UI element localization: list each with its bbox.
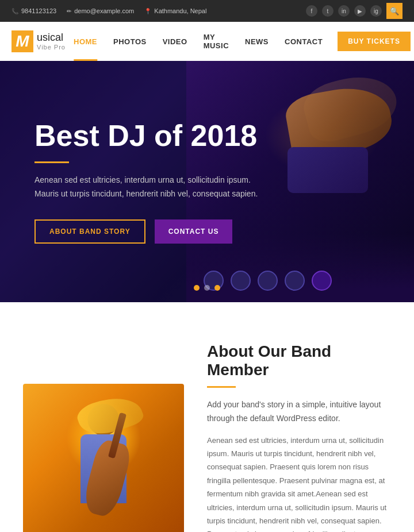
location-info: 📍 Kathmandu, Nepal: [144, 7, 206, 14]
about-body: Aenean sed est ultricies, interdum urna …: [207, 434, 391, 532]
hero-dots: [194, 285, 220, 291]
about-image-container: [23, 384, 184, 532]
guitarist-figure: [40, 395, 167, 532]
about-image-visual: [23, 384, 184, 532]
twitter-icon[interactable]: t: [322, 5, 334, 17]
nav-contact[interactable]: CONTACT: [277, 22, 331, 61]
nav-home[interactable]: HOME: [66, 22, 105, 61]
email-info: ✏ demo@example.com: [67, 7, 134, 14]
email-address: demo@example.com: [74, 7, 134, 14]
phone-number: 9841123123: [21, 7, 56, 14]
nav-links: HOME PHOTOS VIDEO MY MUSIC NEWS CONTACT …: [66, 22, 411, 61]
hero-content: Best DJ of 2018 Aenean sed est ultricies…: [0, 119, 292, 244]
location-icon: 📍: [144, 8, 151, 14]
hero-subtitle: Aenean sed est ultricies, interdum urna …: [34, 174, 258, 201]
phone-icon: 📞: [12, 8, 18, 14]
nav-my-music[interactable]: MY MUSIC: [195, 22, 237, 61]
facebook-icon[interactable]: f: [306, 5, 317, 17]
location-text: Kathmandu, Nepal: [154, 7, 206, 14]
linkedin-icon[interactable]: in: [338, 5, 350, 17]
youtube-icon[interactable]: ▶: [354, 5, 366, 17]
hero-title: Best DJ of 2018: [34, 119, 258, 152]
hero-subtitle-line1: Aenean sed est ultricies, interdum urna …: [34, 175, 251, 184]
top-bar-contact-info: 📞 9841123123 ✏ demo@example.com 📍 Kathma…: [12, 7, 206, 14]
navbar: M usical Vibe Pro HOME PHOTOS VIDEO MY M…: [0, 22, 414, 61]
logo-letter: M: [12, 30, 33, 52]
hero-section: Best DJ of 2018 Aenean sed est ultricies…: [0, 61, 414, 302]
about-band-button[interactable]: ABOUT BAND STORY: [34, 219, 145, 244]
about-title-underline: [207, 386, 236, 388]
logo[interactable]: M usical Vibe Pro: [12, 30, 66, 52]
buy-tickets-button[interactable]: BUY TICKETS: [338, 32, 411, 51]
logo-main-text: usical: [37, 32, 66, 44]
contact-us-button[interactable]: CONTACT US: [155, 219, 233, 244]
email-icon: ✏: [67, 8, 71, 14]
knob-5: [312, 271, 332, 291]
nav-news[interactable]: NEWS: [237, 22, 277, 61]
instagram-icon[interactable]: ig: [370, 5, 382, 17]
nav-video[interactable]: VIDEO: [155, 22, 195, 61]
about-content: About Our Band Member Add your band's st…: [207, 342, 391, 532]
knob-3: [258, 271, 278, 291]
hero-dot-1[interactable]: [194, 285, 200, 291]
search-button[interactable]: 🔍: [386, 3, 402, 19]
controller-pad: [288, 147, 368, 193]
hero-subtitle-line2: Mauris ut turpis tincidunt, hendrerit ni…: [34, 189, 258, 198]
phone-info: 📞 9841123123: [12, 7, 56, 14]
about-section: About Our Band Member Add your band's st…: [0, 302, 414, 532]
about-title: About Our Band Member: [207, 342, 391, 379]
logo-usical: usical: [37, 32, 63, 43]
knob-4: [285, 271, 305, 291]
logo-text: usical Vibe Pro: [37, 32, 66, 51]
hero-buttons: ABOUT BAND STORY CONTACT US: [34, 219, 258, 244]
mixer-section: [186, 233, 414, 302]
about-intro: Add your band's story in a simple, intui…: [207, 398, 391, 426]
hero-dot-3[interactable]: [214, 285, 220, 291]
top-bar: 📞 9841123123 ✏ demo@example.com 📍 Kathma…: [0, 0, 414, 22]
logo-subtitle: Vibe Pro: [37, 44, 66, 51]
top-bar-right: f t in ▶ ig 🔍: [306, 3, 402, 19]
hero-dot-2[interactable]: [204, 285, 210, 291]
hero-title-underline: [34, 161, 69, 163]
knob-2: [231, 271, 251, 291]
nav-photos[interactable]: PHOTOS: [105, 22, 155, 61]
